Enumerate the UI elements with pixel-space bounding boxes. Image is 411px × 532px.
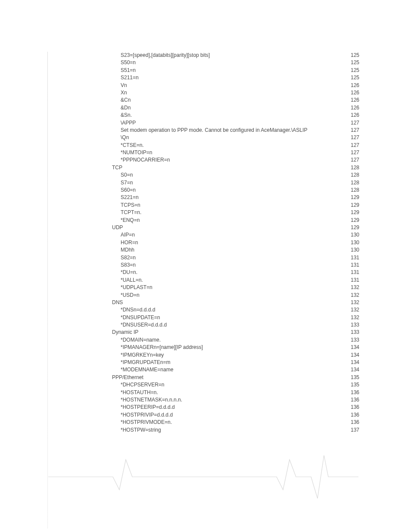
toc-entry-label: TCP [112, 164, 122, 171]
toc-entry-page: 134 [349, 359, 359, 366]
toc-entry-label: *MODEMNAME=name [121, 366, 173, 373]
toc-entry[interactable]: TCP128 [47, 164, 359, 171]
toc-entry[interactable]: *CTSE=n.127 [47, 142, 359, 149]
toc-entry[interactable]: *HOSTPEERIP=d.d.d.d136 [47, 404, 359, 411]
toc-entry[interactable]: *HOSTAUTH=n.136 [47, 389, 359, 396]
toc-entry[interactable]: *DOMAIN=name.133 [47, 336, 359, 344]
toc-entry[interactable]: AIP=n130 [47, 231, 359, 239]
toc-entry[interactable]: S51=n125 [47, 67, 359, 74]
toc-entry[interactable]: S83=n131 [47, 261, 359, 269]
toc-entry-page: 131 [349, 277, 359, 284]
toc-entry-label: S60=n [121, 187, 136, 194]
toc-entry[interactable]: \Qn127 [47, 134, 359, 141]
toc-entry-label: *DNSUSER=d.d.d.d [121, 321, 167, 329]
toc-entry[interactable]: Xn126 [47, 89, 359, 96]
toc-entry[interactable]: *MODEMNAME=name134 [47, 366, 359, 373]
toc-entry-page: 126 [349, 82, 359, 89]
toc-entry[interactable]: PPP/Ethernet135 [47, 374, 359, 381]
toc-entry[interactable]: *HOSTNETMASK=n.n.n.n.136 [47, 396, 359, 404]
toc-entry-label: *HOSTAUTH=n. [121, 389, 158, 396]
toc-entry-page: 136 [349, 389, 359, 396]
toc-entry[interactable]: *USD=n132 [47, 292, 359, 299]
toc-entry-page: 136 [349, 396, 359, 404]
toc-entry[interactable]: Dynamic IP133 [47, 329, 359, 336]
toc-entry[interactable]: *IPMANAGERn=[name][IP address]134 [47, 344, 359, 351]
toc-entry-page: 127 [349, 134, 359, 141]
toc-entry[interactable]: UDP129 [47, 224, 359, 231]
toc-entry[interactable]: *HOSTPRIVIP=d.d.d.d136 [47, 411, 359, 419]
toc-entry-label: \Qn [121, 134, 129, 141]
toc-entry[interactable]: &Sn.126 [47, 112, 359, 119]
toc-entry-label: S82=n [121, 254, 136, 261]
toc-entry-page: 129 [349, 194, 359, 201]
toc-entry-label: *UALL=n. [121, 277, 143, 284]
toc-entry-label: S23=[speed],[databits][parity][stop bits… [121, 52, 210, 59]
toc-entry[interactable]: *UALL=n.131 [47, 277, 359, 284]
toc-entry-page: 132 [349, 299, 359, 306]
toc-entry[interactable]: Set modem operation to PPP mode. Cannot … [47, 127, 359, 134]
toc-entry-label: Vn [121, 82, 127, 89]
toc-entry-page: 127 [349, 119, 359, 127]
toc-entry-page: 128 [349, 187, 359, 194]
toc-entry-label: S7=n [121, 179, 133, 187]
toc-entry[interactable]: *HOSTPRIVMODE=n.136 [47, 419, 359, 426]
toc-entry[interactable]: *PPPNOCARRIER=n127 [47, 156, 359, 164]
toc-entry-page: 132 [349, 292, 359, 299]
toc-entry[interactable]: HOR=n130 [47, 239, 359, 246]
toc-entry[interactable]: TCPT=n.129 [47, 209, 359, 216]
toc-entry-page: 125 [349, 59, 359, 66]
toc-entry-page: 133 [349, 321, 359, 329]
toc-entry-page: 134 [349, 352, 359, 359]
toc-entry[interactable]: \APPP127 [47, 119, 359, 127]
toc-entry[interactable]: S82=n131 [47, 254, 359, 261]
toc-entry-label: MDhh [121, 246, 134, 254]
toc-entry-label: Dynamic IP [112, 329, 138, 336]
toc-entry-page: 133 [349, 329, 359, 336]
toc-entry-page: 131 [349, 261, 359, 269]
toc-entry-label: *DNSn=d.d.d.d [121, 306, 155, 314]
toc-entry[interactable]: *ENQ=n129 [47, 217, 359, 224]
toc-entry-page: 127 [349, 142, 359, 149]
toc-entry[interactable]: *DNSn=d.d.d.d132 [47, 306, 359, 314]
toc-entry[interactable]: *IPMGRUPDATEn=m134 [47, 359, 359, 366]
footer-wave-icon [47, 451, 359, 503]
toc-entry-label: S51=n [121, 67, 136, 74]
toc-entry-label: UDP [112, 224, 123, 231]
toc-entry[interactable]: TCPS=n129 [47, 202, 359, 209]
toc-entry-label: *HOSTPW=string [121, 426, 161, 434]
toc-entry[interactable]: S0=n128 [47, 171, 359, 179]
toc-entry[interactable]: S50=n125 [47, 59, 359, 66]
toc-entry[interactable]: *NUMTOIP=n127 [47, 149, 359, 156]
toc-entry-page: 134 [349, 366, 359, 373]
toc-entry[interactable]: *DNSUSER=d.d.d.d133 [47, 321, 359, 329]
toc-entry-label: *HOSTPEERIP=d.d.d.d [121, 404, 175, 411]
toc-entry[interactable]: *HOSTPW=string137 [47, 426, 359, 434]
toc-entry-page: 133 [349, 336, 359, 344]
toc-entry[interactable]: S211=n125 [47, 74, 359, 81]
toc-entry-page: 132 [349, 306, 359, 314]
toc-entry-page: 128 [349, 164, 359, 171]
toc-entry-label: *DOMAIN=name. [121, 336, 161, 344]
toc-entry-label: *DNSUPDATE=n [121, 314, 160, 321]
toc-entry-label: *PPPNOCARRIER=n [121, 156, 170, 164]
toc-entry-label: *HOSTNETMASK=n.n.n.n. [121, 396, 182, 404]
toc-entry[interactable]: DNS132 [47, 299, 359, 306]
toc-entry[interactable]: S7=n128 [47, 179, 359, 187]
toc-entry-label: *IPMGRUPDATEn=m [121, 359, 170, 366]
toc-entry[interactable]: Vn126 [47, 82, 359, 89]
toc-entry[interactable]: MDhh130 [47, 246, 359, 254]
toc-entry-page: 137 [349, 426, 359, 434]
toc-entry[interactable]: *UDPLAST=n132 [47, 284, 359, 291]
toc-entry[interactable]: S23=[speed],[databits][parity][stop bits… [47, 52, 359, 59]
toc-entry-page: 130 [349, 239, 359, 246]
toc-entry[interactable]: *IPMGRKEYn=key134 [47, 352, 359, 359]
toc-entry[interactable]: *DNSUPDATE=n132 [47, 314, 359, 321]
toc-entry[interactable]: S221=n129 [47, 194, 359, 201]
toc-entry-page: 129 [349, 217, 359, 224]
toc-entry-label: *DU=n. [121, 269, 137, 276]
toc-entry[interactable]: &Dn126 [47, 104, 359, 112]
toc-entry[interactable]: S60=n128 [47, 187, 359, 194]
toc-entry[interactable]: *DU=n.131 [47, 269, 359, 276]
toc-entry[interactable]: &Cn126 [47, 96, 359, 104]
toc-entry[interactable]: *DHCPSERVER=n135 [47, 381, 359, 389]
